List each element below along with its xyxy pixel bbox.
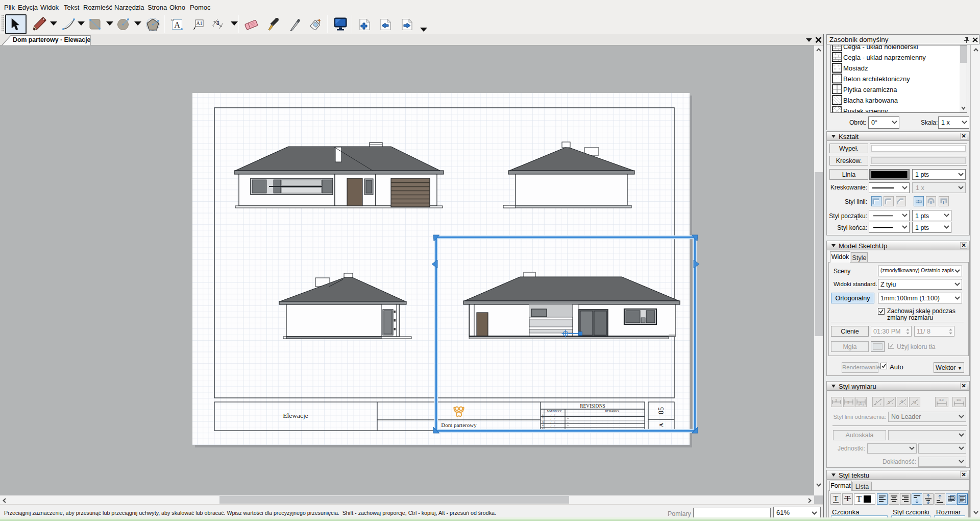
svg-text:Mosiadz: Mosiadz bbox=[843, 64, 868, 72]
svg-text:3: 3 bbox=[835, 398, 837, 402]
svg-text:3: 3 bbox=[847, 400, 849, 404]
svg-text:__/__/__: __/__/__ bbox=[547, 414, 558, 417]
svg-text:3-3: 3-3 bbox=[939, 398, 944, 401]
svg-text:3: 3 bbox=[888, 401, 890, 405]
svg-text:A1: A1 bbox=[196, 20, 202, 26]
svg-text:3m: 3m bbox=[957, 398, 961, 401]
svg-text:T: T bbox=[856, 494, 862, 503]
svg-text:--: -- bbox=[567, 417, 569, 420]
svg-text:Cegła - układ holenderski: Cegła - układ holenderski bbox=[843, 45, 918, 51]
svg-text:--: -- bbox=[567, 420, 569, 423]
svg-text:05: 05 bbox=[657, 407, 665, 414]
svg-text:3: 3 bbox=[914, 401, 916, 405]
svg-text:4: 4 bbox=[542, 424, 544, 427]
svg-text:A: A bbox=[658, 423, 664, 427]
svg-text:__/__/__: __/__/__ bbox=[547, 417, 558, 420]
svg-text:A: A bbox=[174, 20, 180, 29]
svg-text:Blacha karbowana: Blacha karbowana bbox=[843, 97, 898, 104]
svg-text:Plytka ceramiczna: Plytka ceramiczna bbox=[843, 86, 897, 93]
svg-text:3: 3 bbox=[542, 420, 544, 423]
svg-text:1: 1 bbox=[542, 413, 544, 416]
svg-text:--: -- bbox=[567, 413, 569, 416]
svg-text:REVISIONS: REVISIONS bbox=[580, 404, 605, 409]
svg-text:T: T bbox=[834, 494, 838, 503]
svg-text:Cegla - uklad naprzemienny: Cegla - uklad naprzemienny bbox=[843, 54, 926, 61]
svg-text:__/__/__: __/__/__ bbox=[547, 424, 558, 428]
svg-text:MM/DD/YY: MM/DD/YY bbox=[547, 410, 562, 413]
svg-text:3: 3 bbox=[901, 400, 903, 404]
svg-text:Beton architektoniczny: Beton architektoniczny bbox=[843, 75, 910, 83]
svg-text:REMARKS: REMARKS bbox=[605, 410, 619, 413]
svg-text:Pustak scienny: Pustak scienny bbox=[843, 107, 888, 113]
svg-text:3: 3 bbox=[216, 20, 219, 26]
svg-text:2: 2 bbox=[542, 417, 544, 420]
svg-text:Dom parterowy: Dom parterowy bbox=[441, 422, 477, 428]
svg-text:__/__/__: __/__/__ bbox=[547, 421, 558, 424]
svg-text:--: -- bbox=[567, 424, 569, 427]
svg-text:Elewacje: Elewacje bbox=[283, 412, 308, 419]
svg-text:3: 3 bbox=[860, 402, 862, 406]
